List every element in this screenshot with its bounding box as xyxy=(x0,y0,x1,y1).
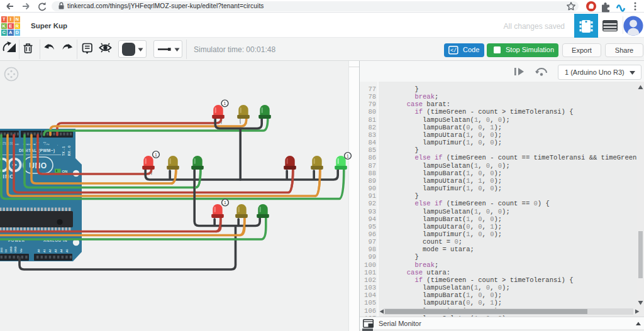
svg-text:2: 2 xyxy=(47,143,50,145)
svg-text:A5: A5 xyxy=(65,249,69,252)
svg-text:~3: ~3 xyxy=(43,141,47,145)
svg-text:A2: A2 xyxy=(48,249,52,252)
svg-text:RX←0: RX←0 xyxy=(67,146,71,156)
svg-text:1: 1 xyxy=(224,101,226,106)
svg-text:A4: A4 xyxy=(60,249,63,252)
svg-text:Vin: Vin xyxy=(19,248,23,252)
svg-text:10: 10 xyxy=(10,141,13,145)
svg-text:8: 8 xyxy=(16,143,19,145)
svg-text:6: 6 xyxy=(26,143,30,145)
svg-text:A3: A3 xyxy=(54,249,57,252)
svg-text:3V3: 3V3 xyxy=(0,247,3,252)
svg-text:</: </ xyxy=(450,48,457,54)
svg-text:4: 4 xyxy=(33,143,36,145)
svg-text:5V: 5V xyxy=(4,249,8,252)
svg-text:1: 1 xyxy=(224,200,226,205)
svg-text:TX→1: TX→1 xyxy=(62,146,65,156)
svg-text:GND: GND xyxy=(9,246,13,252)
svg-text:GND: GND xyxy=(14,246,17,252)
svg-text:12: 12 xyxy=(3,141,6,145)
svg-text:A1: A1 xyxy=(43,249,46,252)
svg-text:1: 1 xyxy=(155,153,157,157)
svg-text:A0: A0 xyxy=(37,249,40,252)
svg-text:1: 1 xyxy=(347,154,349,158)
